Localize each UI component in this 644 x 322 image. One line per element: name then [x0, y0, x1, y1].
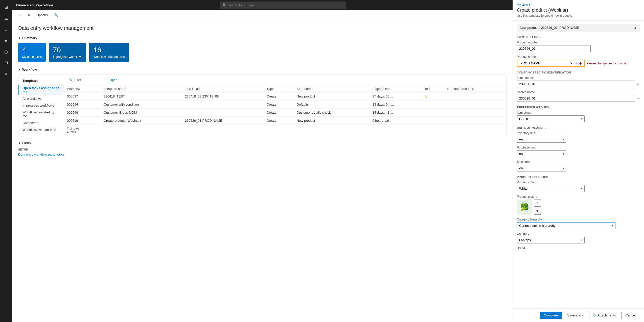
- home-icon[interactable]: ⌂: [1, 24, 11, 34]
- links-label: Links: [22, 141, 31, 145]
- summary-label: Summary: [22, 36, 37, 40]
- save-and-button[interactable]: Save and ▾: [564, 312, 587, 319]
- table-row[interactable]: 000619 Create product (Webinar) 230526_0…: [64, 117, 506, 125]
- sidebar-item-open-tasks[interactable]: Open tasks assigned to me: [18, 85, 64, 95]
- workflow-section-header[interactable]: ▼ Workflow: [18, 68, 507, 71]
- save-and-label: Save and: [567, 313, 581, 317]
- upload-picture-button[interactable]: ↑: [534, 200, 541, 207]
- cell-workflow: 000599: [64, 109, 101, 117]
- reference-groups-section-title: REFERENCE GROUPS: [517, 106, 640, 109]
- product-color-select[interactable]: White Black Blue Red Green: [517, 185, 585, 192]
- list-icon[interactable]: ≡: [1, 69, 11, 79]
- cell-test: [421, 109, 444, 117]
- links-section-header[interactable]: ▼ Links: [18, 141, 507, 145]
- product-picture-group: Product picture 🥦 ↑ 🗑: [517, 195, 640, 215]
- grid-icon[interactable]: ⊞: [1, 2, 11, 12]
- favorites-icon[interactable]: ★: [1, 35, 11, 45]
- in-progress-number: 70: [53, 46, 82, 54]
- filter-input-wrapper[interactable]: 🔍: [67, 77, 107, 83]
- sales-unit-select[interactable]: ea kg lb pcs: [517, 165, 566, 171]
- options-button[interactable]: Options: [34, 12, 50, 18]
- new-product-label: New product : 230526_01, PROD NAME: [520, 26, 579, 30]
- purchase-unit-select[interactable]: ea kg lb pcs: [517, 150, 566, 157]
- attachments-label: Attachments: [597, 313, 616, 317]
- my-view-button[interactable]: My view ▾: [517, 3, 640, 7]
- workflow-filter-bar: 🔍 Open: [64, 75, 506, 85]
- col-type: Type: [264, 85, 294, 92]
- table-row[interactable]: 000594 Customer with condition Create De…: [64, 101, 506, 109]
- cell-template-name: Customer Group MDM: [101, 109, 182, 117]
- inventory-unit-select[interactable]: ea kg lb pcs: [517, 136, 566, 143]
- search-name-input[interactable]: [517, 95, 635, 102]
- product-name-row: PROD NAME ▾ ⊗: [517, 60, 585, 67]
- new-product-bar: New product : 230526_01, PROD NAME ▲: [517, 24, 640, 32]
- cell-elapsed-time: 23 days. 6 m...: [369, 101, 421, 109]
- search-input[interactable]: [228, 3, 344, 7]
- delete-picture-button[interactable]: 🗑: [534, 208, 541, 215]
- sidebar-item-with-error[interactable]: Workflows with an error: [18, 126, 64, 133]
- attachments-button[interactable]: 📎 Attachments: [589, 312, 619, 319]
- recent-icon[interactable]: ◷: [1, 46, 11, 57]
- category-hierarchy-group: Category hierarchy Contoso online hierar…: [517, 218, 640, 229]
- summary-section-header[interactable]: ▼ Summary: [18, 36, 507, 40]
- category-hierarchy-select[interactable]: Contoso online hierarchy: [517, 222, 615, 229]
- warning-icon: ⚠: [424, 94, 427, 98]
- item-number-input[interactable]: [517, 81, 635, 87]
- product-specifics-section-title: PRODUCT SPECIFICS: [517, 176, 640, 179]
- rows-of-label: # of rows: [67, 127, 503, 130]
- summary-card-in-progress[interactable]: 70 In progress workflows: [49, 43, 86, 62]
- product-name-error-icon[interactable]: ⊗: [579, 61, 582, 65]
- table-row[interactable]: 000537 230418_TEST 230418_08,230418_08 C…: [64, 92, 506, 101]
- product-name-label: Product name: [517, 55, 640, 59]
- search-bar[interactable]: 🔍: [220, 2, 346, 9]
- cell-step-name: Defaults: [294, 101, 370, 109]
- cell-title-fields: [182, 109, 264, 117]
- sidebar-item-in-progress[interactable]: In progress workflows: [18, 102, 64, 109]
- workflow-chevron-icon: ▼: [18, 68, 21, 71]
- col-elapsed-time: Elapsed time: [369, 85, 421, 92]
- right-panel-content: New product : 230526_01, PROD NAME ▲ IDE…: [513, 21, 644, 308]
- cancel-button[interactable]: Cancel: [621, 312, 640, 319]
- search-name-label: Search name: [517, 90, 640, 94]
- filter-input[interactable]: [74, 78, 104, 82]
- cell-due-date: [444, 92, 507, 101]
- brand-label: Brand: [517, 246, 640, 250]
- summary-card-open-tasks[interactable]: 4 My open tasks: [18, 43, 46, 62]
- product-image: 🥦: [517, 200, 532, 215]
- product-name-chevron-icon: ▾: [575, 61, 577, 65]
- modules-icon[interactable]: ⊟: [1, 58, 11, 68]
- product-color-group: Product color White Black Blue Red Green: [517, 181, 640, 192]
- search-toolbar-button[interactable]: 🔍: [52, 12, 60, 18]
- sidebar-item-initiated-by-me[interactable]: Workflows initiated by me: [18, 109, 64, 119]
- purchase-unit-group: Purchase unit ea kg lb pcs: [517, 146, 640, 157]
- sidebar-item-all-workflows[interactable]: All workflows: [18, 95, 64, 102]
- workflow-area: Templates Open tasks assigned to me All …: [18, 75, 507, 136]
- category-select[interactable]: Laptops Desktops Phones: [517, 237, 585, 243]
- purchase-unit-select-wrapper: ea kg lb pcs: [517, 150, 566, 157]
- summary-cards: 4 My open tasks 70 In progress workflows…: [18, 43, 507, 62]
- product-number-input[interactable]: [517, 45, 591, 52]
- cell-elapsed-time: 37 days. 56 ...: [369, 92, 421, 101]
- item-number-group: Item number ✓: [517, 76, 640, 87]
- complete-button[interactable]: Complete: [540, 312, 562, 319]
- summary-card-with-error[interactable]: 16 Workflows with an error: [89, 43, 129, 62]
- right-panel: My view ▾ Create product (Webinar) Use t…: [513, 0, 644, 322]
- product-number-label: Product number: [517, 41, 640, 44]
- item-number-check-icon: ✓: [637, 82, 640, 86]
- search-icon: 🔍: [222, 3, 226, 7]
- chevron-up-icon[interactable]: ▲: [634, 26, 637, 30]
- product-name-select[interactable]: PROD NAME: [519, 61, 573, 65]
- back-button[interactable]: ←: [16, 12, 24, 18]
- item-group-select[interactable]: PS-HI PS-LO PS-MED: [517, 115, 585, 122]
- hamburger-icon[interactable]: ☰: [1, 13, 11, 23]
- left-nav: ⊞ ☰ ⌂ ★ ◷ ⊟ ≡: [0, 0, 12, 322]
- product-image-emoji: 🥦: [520, 203, 529, 211]
- refresh-button[interactable]: ↻: [26, 12, 32, 18]
- category-select-wrapper: Laptops Desktops Phones: [517, 237, 585, 243]
- product-name-error-message: Please change product name: [587, 62, 626, 65]
- open-button[interactable]: Open: [109, 78, 118, 82]
- table-row[interactable]: 000599 Customer Group MDM Create Custome…: [64, 109, 506, 117]
- sidebar-item-completed[interactable]: Completed: [18, 119, 64, 126]
- data-entry-workflow-params-link[interactable]: Data entry workflow parameters: [18, 153, 507, 156]
- search-name-group: Search name ✓: [517, 90, 640, 102]
